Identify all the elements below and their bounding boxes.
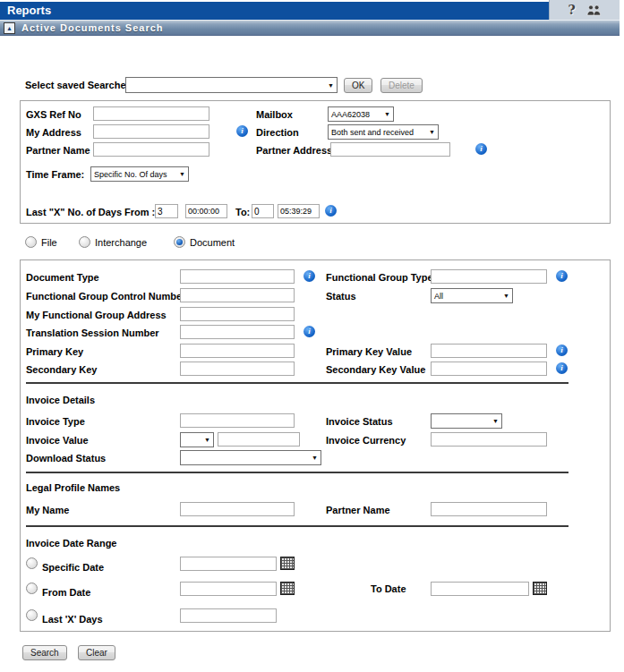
direction-select[interactable]: Both sent and received ▼	[328, 124, 439, 140]
invoice-status-select[interactable]: ▼	[431, 413, 502, 429]
clear-button[interactable]: Clear	[78, 645, 115, 660]
from-days-input[interactable]	[155, 204, 178, 218]
partner-address-input[interactable]	[330, 142, 450, 157]
invoice-date-range-heading: Invoice Date Range	[26, 538, 116, 549]
legal-partner-name-input[interactable]	[431, 502, 547, 516]
specific-date-calendar-icon[interactable]	[280, 557, 295, 570]
delete-button[interactable]: Delete	[380, 78, 423, 93]
translation-session-number-info-icon[interactable]: i	[303, 326, 315, 337]
users-icon[interactable]	[586, 4, 602, 16]
specific-date-input[interactable]	[180, 557, 277, 571]
invoice-type-input[interactable]	[180, 413, 295, 428]
section-divider	[26, 525, 568, 527]
my-name-input[interactable]	[180, 502, 295, 516]
status-select[interactable]: All ▼	[431, 288, 513, 303]
partner-address-info-icon[interactable]: i	[475, 143, 487, 155]
to-days-input[interactable]	[252, 204, 274, 218]
primary-key-input[interactable]	[180, 344, 295, 358]
last-x-days-radio[interactable]	[26, 609, 38, 621]
specific-date-radio[interactable]	[26, 557, 38, 569]
collapse-icon[interactable]: ▲	[4, 22, 15, 34]
invoice-status-label: Invoice Status	[326, 416, 393, 427]
invoice-details-heading: Invoice Details	[26, 395, 95, 405]
legal-profile-names-heading: Legal Profile Names	[26, 482, 120, 493]
functional-group-type-label: Functional Group Type	[326, 272, 433, 283]
mailbox-label: Mailbox	[256, 109, 293, 120]
to-date-input[interactable]	[431, 582, 529, 596]
chevron-down-icon: ▼	[204, 437, 210, 443]
interchange-radio[interactable]	[79, 236, 90, 248]
invoice-value-input[interactable]	[218, 432, 300, 447]
download-status-select[interactable]: ▼	[180, 450, 321, 465]
help-icon[interactable]: ?	[568, 4, 575, 16]
last-x-days-info-icon[interactable]: i	[325, 205, 337, 217]
document-type-input[interactable]	[180, 269, 295, 284]
partner-address-label: Partner Address	[256, 145, 332, 156]
last-x-days-label: Last "X" No. of Days From :	[26, 207, 155, 217]
partner-name-input[interactable]	[93, 142, 209, 157]
legal-partner-name-label: Partner Name	[326, 505, 390, 515]
last-x-days-radio-label: Last 'X' Days	[42, 614, 103, 625]
invoice-currency-input[interactable]	[431, 432, 547, 447]
to-label: To:	[235, 207, 250, 217]
functional-group-type-input[interactable]	[431, 269, 547, 284]
chevron-down-icon: ▼	[328, 82, 334, 89]
functional-group-type-info-icon[interactable]: i	[556, 270, 568, 282]
mailbox-select[interactable]: AAA62038 ▼	[328, 106, 394, 122]
file-radio[interactable]	[25, 236, 37, 248]
secondary-key-value-input[interactable]	[431, 362, 547, 376]
invoice-value-operator-select[interactable]: ▼	[180, 432, 214, 447]
translation-session-number-label: Translation Session Number	[26, 327, 159, 338]
invoice-value-label: Invoice Value	[26, 435, 89, 446]
last-x-days-input[interactable]	[180, 608, 277, 623]
saved-searches-select[interactable]: ▼	[125, 77, 338, 93]
primary-key-value-label: Primary Key Value	[326, 346, 412, 357]
functional-group-control-number-input[interactable]	[180, 288, 295, 302]
general-criteria-box: GXS Ref No Mailbox AAA62038 ▼ My Address…	[20, 100, 611, 224]
saved-searches-label: Select saved Searches	[25, 80, 132, 90]
status-label: Status	[326, 291, 356, 302]
translation-session-number-input[interactable]	[180, 325, 295, 339]
my-functional-group-address-input[interactable]	[180, 307, 295, 321]
primary-key-value-input[interactable]	[431, 344, 547, 358]
to-date-calendar-icon[interactable]	[533, 582, 547, 595]
from-date-radio[interactable]	[26, 583, 38, 594]
section-header: ▲ Active Documents Search	[0, 20, 620, 36]
section-divider	[26, 382, 568, 384]
primary-key-value-info-icon[interactable]: i	[556, 345, 568, 356]
title-bar: Reports	[0, 2, 549, 20]
chevron-down-icon: ▼	[503, 293, 509, 299]
reports-page: Reports ? ▲ Active Documents Search Sele…	[0, 0, 624, 672]
functional-group-control-number-label: Functional Group Control Number	[26, 291, 185, 302]
partner-name-label: Partner Name	[26, 145, 90, 156]
mailbox-value: AAA62038	[331, 110, 370, 119]
chevron-down-icon: ▼	[179, 171, 185, 177]
secondary-key-label: Secondary Key	[26, 364, 97, 375]
search-button[interactable]: Search	[22, 645, 67, 660]
time-frame-label: Time Frame:	[26, 169, 84, 180]
page-title: Reports	[7, 4, 51, 17]
download-status-label: Download Status	[26, 453, 106, 464]
document-type-label: Document Type	[26, 272, 99, 283]
gxs-ref-no-label: GXS Ref No	[26, 109, 81, 120]
primary-key-label: Primary Key	[26, 346, 83, 357]
secondary-key-input[interactable]	[180, 362, 295, 376]
document-type-info-icon[interactable]: i	[303, 270, 315, 282]
section-divider	[26, 472, 568, 473]
from-date-input[interactable]	[180, 582, 277, 596]
from-date-calendar-icon[interactable]	[280, 582, 295, 595]
my-address-input[interactable]	[93, 124, 209, 139]
chevron-down-icon: ▼	[492, 418, 499, 424]
secondary-key-value-info-icon[interactable]: i	[556, 362, 568, 374]
chevron-down-icon: ▼	[429, 129, 435, 135]
to-time-input[interactable]	[278, 204, 320, 218]
status-value: All	[434, 292, 443, 301]
from-time-input[interactable]	[185, 204, 227, 218]
time-frame-select[interactable]: Specific No. Of days ▼	[90, 166, 189, 182]
invoice-currency-label: Invoice Currency	[326, 435, 406, 446]
gxs-ref-no-input[interactable]	[93, 106, 209, 121]
document-radio[interactable]	[174, 236, 185, 248]
direction-info-icon[interactable]: i	[236, 125, 248, 137]
direction-value: Both sent and received	[331, 128, 414, 137]
ok-button[interactable]: OK	[344, 78, 372, 93]
